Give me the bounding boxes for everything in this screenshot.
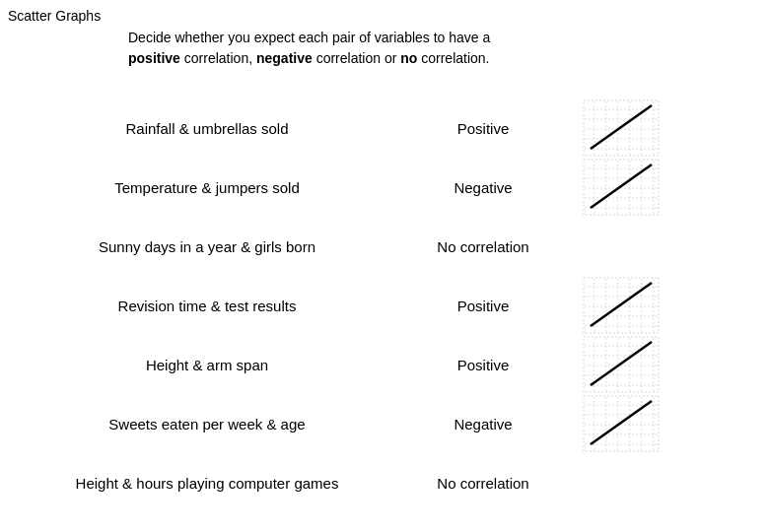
instruction-line1: Decide whether you expect each pair of v… <box>128 30 490 45</box>
row-graph <box>572 159 670 216</box>
row-graph <box>572 100 670 157</box>
svg-line-51 <box>591 342 652 385</box>
row-label: Temperature & jumpers sold <box>20 179 394 196</box>
instruction-end: correlation. <box>417 50 489 66</box>
row-graph <box>572 220 670 274</box>
page-title: Scatter Graphs <box>8 8 101 24</box>
instruction-no: no <box>400 50 417 66</box>
row-label: Sweets eaten per week & age <box>20 416 394 432</box>
svg-line-64 <box>591 401 652 444</box>
instruction-mid: correlation, <box>180 50 256 66</box>
svg-line-12 <box>591 105 652 149</box>
row-graph <box>572 277 670 334</box>
instruction-mid2: correlation or <box>313 50 400 66</box>
row-answer: Negative <box>394 416 572 432</box>
table-row: Temperature & jumpers soldNegative <box>0 158 769 217</box>
row-label: Revision time & test results <box>20 298 394 314</box>
row-graph <box>572 456 670 510</box>
row-label: Sunny days in a year & girls born <box>20 238 394 255</box>
instruction-negative: negative <box>256 50 313 66</box>
row-answer: No correlation <box>394 238 572 255</box>
rows-container: Rainfall & umbrellas soldPositiveTempera… <box>0 99 769 512</box>
instruction-box: Decide whether you expect each pair of v… <box>128 28 582 69</box>
svg-line-25 <box>591 165 652 208</box>
row-answer: Negative <box>394 179 572 196</box>
table-row: Height & hours playing computer gamesNo … <box>0 453 769 512</box>
instruction-positive: positive <box>128 50 180 66</box>
row-graph <box>572 336 670 393</box>
table-row: Sunny days in a year & girls bornNo corr… <box>0 217 769 276</box>
row-answer: Positive <box>394 298 572 314</box>
row-label: Height & hours playing computer games <box>20 475 394 492</box>
row-answer: Positive <box>394 120 572 137</box>
row-label: Rainfall & umbrellas sold <box>20 120 394 137</box>
row-graph <box>572 395 670 452</box>
row-answer: Positive <box>394 357 572 373</box>
row-answer: No correlation <box>394 475 572 492</box>
table-row: Rainfall & umbrellas soldPositive <box>0 99 769 158</box>
table-row: Sweets eaten per week & ageNegative <box>0 394 769 453</box>
svg-line-38 <box>591 283 652 326</box>
table-row: Revision time & test resultsPositive <box>0 276 769 335</box>
row-label: Height & arm span <box>20 357 394 373</box>
table-row: Height & arm spanPositive <box>0 335 769 394</box>
